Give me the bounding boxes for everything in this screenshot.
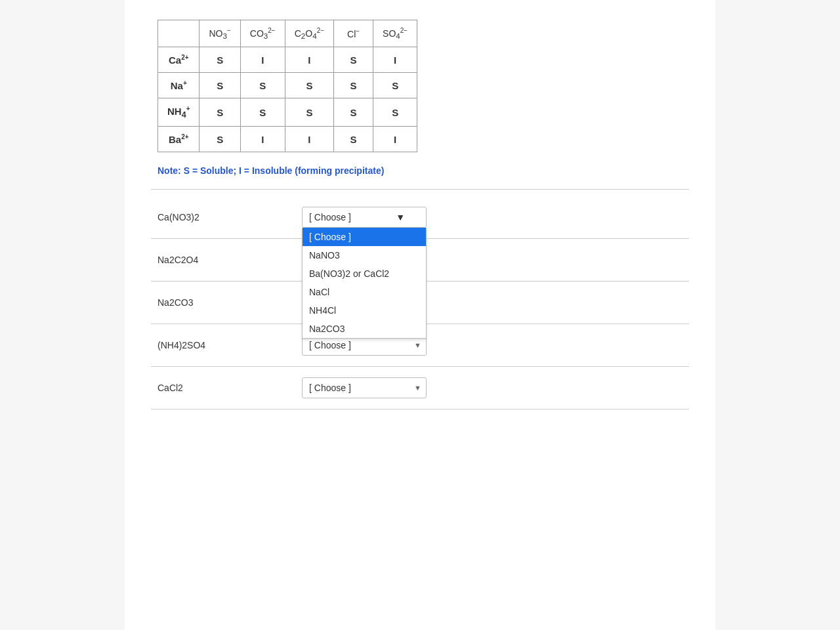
questions-section: Ca(NO3)2 [ Choose ] ▼ [ Choose ] NaNO3 B… (151, 189, 689, 410)
dropdown-cacl2[interactable]: [ Choose ] NaNO3 Ba(NO3)2 or CaCl2 NaCl … (302, 377, 427, 398)
option-nh4cl[interactable]: NH4Cl (303, 301, 426, 320)
table-header-so4: SO42− (373, 20, 417, 47)
cell-ba-no3: S (200, 127, 240, 152)
option-na2co3[interactable]: Na2CO3 (303, 320, 426, 338)
cell-na-co3: S (240, 73, 285, 98)
question-label-ca-no3: Ca(NO3)2 (158, 212, 302, 222)
cell-nh4-no3: S (200, 98, 240, 127)
cell-nh4-c2o4: S (285, 98, 333, 127)
table-header-no3: NO3− (200, 20, 240, 47)
option-nacl[interactable]: NaCl (303, 283, 426, 301)
dropdown-ca-no3[interactable]: [ Choose ] ▼ [ Choose ] NaNO3 Ba(NO3)2 o… (302, 207, 427, 228)
cell-ca-c2o4: I (285, 47, 333, 73)
option-nano3[interactable]: NaNO3 (303, 246, 426, 264)
table-header-empty (158, 20, 200, 47)
cell-na-c2o4: S (285, 73, 333, 98)
select-cacl2[interactable]: [ Choose ] NaNO3 Ba(NO3)2 or CaCl2 NaCl … (302, 377, 427, 398)
dropdown-list-ca-no3: [ Choose ] NaNO3 Ba(NO3)2 or CaCl2 NaCl … (302, 228, 427, 339)
table-row: Ba2+ S I I S I (158, 127, 417, 152)
cell-ca-co3: I (240, 47, 285, 73)
question-label-nh4-2so4: (NH4)2SO4 (158, 340, 302, 350)
cation-na: Na+ (158, 73, 200, 98)
question-label-na2c2o4: Na2C2O4 (158, 255, 302, 265)
cell-ba-cl: S (334, 127, 373, 152)
option-choose[interactable]: [ Choose ] (303, 228, 426, 246)
cell-nh4-co3: S (240, 98, 285, 127)
cell-ca-no3: S (200, 47, 240, 73)
option-ba-ca[interactable]: Ba(NO3)2 or CaCl2 (303, 264, 426, 283)
cell-na-so4: S (373, 73, 417, 98)
table-row: NH4+ S S S S S (158, 98, 417, 127)
table-header-co3: CO32− (240, 20, 285, 47)
table-row: Na+ S S S S S (158, 73, 417, 98)
cell-nh4-cl: S (334, 98, 373, 127)
cell-nh4-so4: S (373, 98, 417, 127)
cell-ca-cl: S (334, 47, 373, 73)
table-header-c2o4: C2O42− (285, 20, 333, 47)
cell-ca-so4: I (373, 47, 417, 73)
question-label-cacl2: CaCl2 (158, 383, 302, 393)
question-row-ca-no3: Ca(NO3)2 [ Choose ] ▼ [ Choose ] NaNO3 B… (151, 196, 689, 239)
question-label-na2co3: Na2CO3 (158, 297, 302, 308)
cell-na-cl: S (334, 73, 373, 98)
page-container: NO3− CO32− C2O42− Cl− SO42− Ca2+ S (125, 0, 715, 630)
cell-ba-so4: I (373, 127, 417, 152)
cation-ca: Ca2+ (158, 47, 200, 73)
cell-ba-c2o4: I (285, 127, 333, 152)
cell-ba-co3: I (240, 127, 285, 152)
cation-nh4: NH4+ (158, 98, 200, 127)
solubility-table: NO3− CO32− C2O42− Cl− SO42− Ca2+ S (158, 20, 417, 152)
question-row-cacl2: CaCl2 [ Choose ] NaNO3 Ba(NO3)2 or CaCl2… (151, 367, 689, 410)
cell-na-no3: S (200, 73, 240, 98)
table-row: Ca2+ S I I S I (158, 47, 417, 73)
dropdown-display-ca-no3[interactable]: [ Choose ] ▼ (302, 207, 427, 228)
cation-ba: Ba2+ (158, 127, 200, 152)
table-header-cl: Cl− (334, 20, 373, 47)
solubility-note: Note: S = Soluble; I = Insoluble (formin… (158, 165, 689, 176)
